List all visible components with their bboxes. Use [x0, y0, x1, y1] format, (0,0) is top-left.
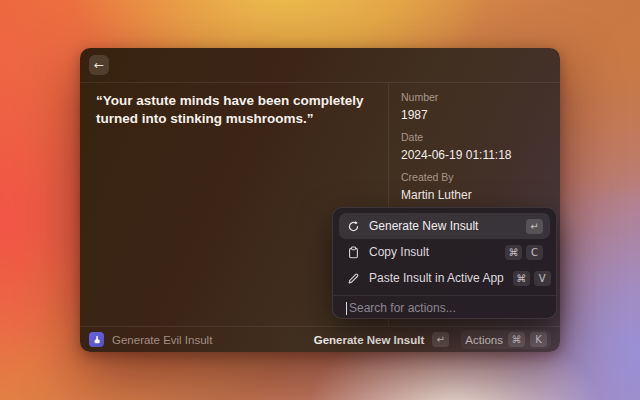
evil-insult-app-icon	[89, 332, 104, 347]
primary-action-button[interactable]: Generate New Insult	[314, 334, 425, 346]
search-placeholder: Search for actions...	[349, 301, 456, 315]
action-label: Copy Insult	[369, 245, 496, 259]
action-shortcut: ⌘ V	[513, 271, 551, 286]
actions-popup: Generate New Insult ↵ Copy Insult ⌘ C	[332, 207, 557, 319]
extension-info: Generate Evil Insult	[89, 332, 212, 347]
status-bar: Generate Evil Insult Generate New Insult…	[80, 326, 560, 352]
action-label: Generate New Insult	[369, 219, 517, 233]
metadata-label: Date	[401, 131, 548, 143]
pencil-icon	[346, 271, 360, 285]
return-key-badge: ↵	[432, 332, 449, 347]
cmd-key-badge: ⌘	[513, 271, 530, 286]
metadata-value: 2024-06-19 01:11:18	[401, 148, 548, 162]
desktop-background: ← “Your astute minds have been completel…	[0, 0, 640, 400]
actions-search-input[interactable]: Search for actions...	[333, 298, 556, 318]
action-copy-insult[interactable]: Copy Insult ⌘ C	[339, 239, 550, 265]
actions-panel-button[interactable]: Actions ⌘ K	[461, 330, 551, 349]
metadata-label: Created By	[401, 171, 548, 183]
back-arrow-icon: ←	[94, 55, 104, 75]
actions-list: Generate New Insult ↵ Copy Insult ⌘ C	[333, 208, 556, 293]
back-button[interactable]: ←	[89, 55, 109, 75]
action-generate-new-insult[interactable]: Generate New Insult ↵	[339, 213, 550, 239]
insult-quote: “Your astute minds have been completely …	[96, 92, 372, 128]
popup-divider	[333, 295, 556, 296]
return-key-badge: ↵	[526, 219, 543, 234]
metadata-value: 1987	[401, 108, 548, 122]
metadata-label: Number	[401, 91, 548, 103]
window-header: ←	[80, 48, 560, 83]
metadata-item: Number 1987	[401, 91, 548, 122]
text-caret	[346, 302, 347, 315]
actions-button-label: Actions	[465, 334, 503, 346]
cmd-key-badge: ⌘	[508, 332, 525, 347]
metadata-value: Martin Luther	[401, 188, 548, 202]
action-shortcut: ⌘ C	[505, 245, 543, 260]
c-key-badge: C	[526, 245, 543, 260]
metadata-item: Created By Martin Luther	[401, 171, 548, 202]
cmd-key-badge: ⌘	[505, 245, 522, 260]
k-key-badge: K	[530, 332, 547, 347]
v-key-badge: V	[534, 271, 551, 286]
metadata-item: Date 2024-06-19 01:11:18	[401, 131, 548, 162]
clipboard-icon	[346, 245, 360, 259]
action-paste-insult[interactable]: Paste Insult in Active App ⌘ V	[339, 265, 550, 291]
action-shortcut: ↵	[526, 219, 543, 234]
extension-name: Generate Evil Insult	[112, 334, 212, 346]
action-label: Paste Insult in Active App	[369, 271, 504, 285]
refresh-icon	[346, 219, 360, 233]
footer-actions: Generate New Insult ↵ Actions ⌘ K	[314, 330, 551, 349]
